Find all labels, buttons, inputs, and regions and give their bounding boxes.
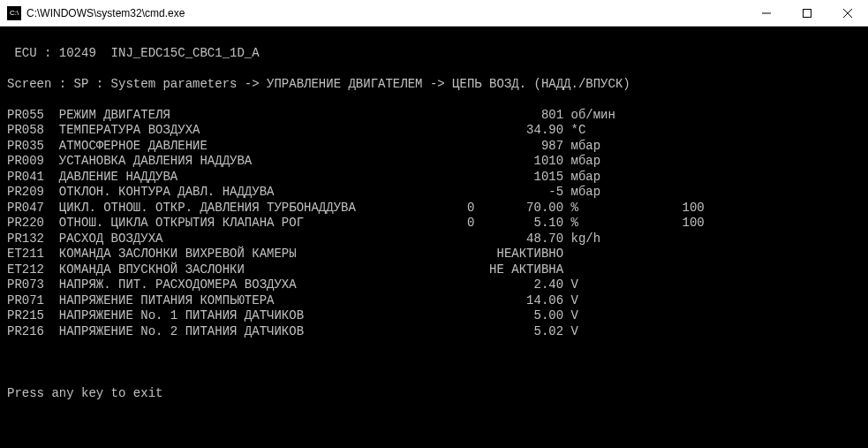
minimize-icon <box>762 9 771 18</box>
parameter-row: PR058 ТЕМПЕРАТУРА ВОЗДУХА 34.90 *C <box>7 123 861 139</box>
parameter-row: PR035 АТМОСФЕРНОЕ ДАВЛЕНИЕ 987 мбар <box>7 139 861 155</box>
window-controls <box>746 0 868 26</box>
cmd-icon: C:\ <box>7 6 21 20</box>
maximize-icon <box>803 9 811 18</box>
parameter-row: PR071 НАПРЯЖЕНИЕ ПИТАНИЯ КОМПЬЮТЕРА 14.0… <box>7 293 861 309</box>
close-icon <box>843 9 852 18</box>
window-titlebar: C:\ C:\WINDOWS\system32\cmd.exe <box>0 0 868 27</box>
svg-rect-1 <box>804 9 811 17</box>
parameter-list: PR055 РЕЖИМ ДВИГАТЕЛЯ 801 об/мин PR058 Т… <box>7 108 861 340</box>
parameter-row: PR009 УСТАНОВКА ДАВЛЕНИЯ НАДДУВА 1010 мб… <box>7 154 861 170</box>
parameter-row: PR132 РАСХОД ВОЗДУХА 48.70 kg/h <box>7 232 861 247</box>
parameter-row: PR209 ОТКЛОН. КОНТУРА ДАВЛ. НАДДУВА -5 м… <box>7 185 861 201</box>
parameter-row: ET211 КОМАНДА ЗАСЛОНКИ ВИХРЕВОЙ КАМЕРЫ Н… <box>7 247 861 262</box>
exit-prompt: Press any key to exit <box>7 386 861 402</box>
window-title: C:\WINDOWS\system32\cmd.exe <box>26 7 746 19</box>
parameter-row: PR047 ЦИКЛ. ОТНОШ. ОТКР. ДАВЛЕНИЯ ТУРБОН… <box>7 201 861 216</box>
parameter-row: PR041 ДАВЛЕНИЕ НАДДУВА 1015 мбар <box>7 170 861 186</box>
parameter-row: ET212 КОМАНДА ВПУСКНОЙ ЗАСЛОНКИ НЕ АКТИВ… <box>7 262 861 278</box>
parameter-row: PR220 ОТНОШ. ЦИКЛА ОТКРЫТИЯ КЛАПАНА РОГ … <box>7 216 861 232</box>
parameter-row: PR055 РЕЖИМ ДВИГАТЕЛЯ 801 об/мин <box>7 108 861 124</box>
maximize-button[interactable] <box>787 0 827 26</box>
blank-line <box>7 355 861 371</box>
terminal-output[interactable]: ECU : 10249 INJ_EDC15C_CBC1_1D_A Screen … <box>0 27 868 448</box>
screen-line: Screen : SP : System parameters -> УПРАВ… <box>7 77 861 93</box>
close-button[interactable] <box>827 0 868 26</box>
parameter-row: PR216 НАПРЯЖЕНИЕ No. 2 ПИТАНИЯ ДАТЧИКОВ … <box>7 324 861 340</box>
parameter-row: PR073 НАПРЯЖ. ПИТ. РАСХОДОМЕРА ВОЗДУХА 2… <box>7 277 861 293</box>
parameter-row: PR215 НАПРЯЖЕНИЕ No. 1 ПИТАНИЯ ДАТЧИКОВ … <box>7 308 861 324</box>
minimize-button[interactable] <box>746 0 787 26</box>
ecu-line: ECU : 10249 INJ_EDC15C_CBC1_1D_A <box>7 46 861 62</box>
